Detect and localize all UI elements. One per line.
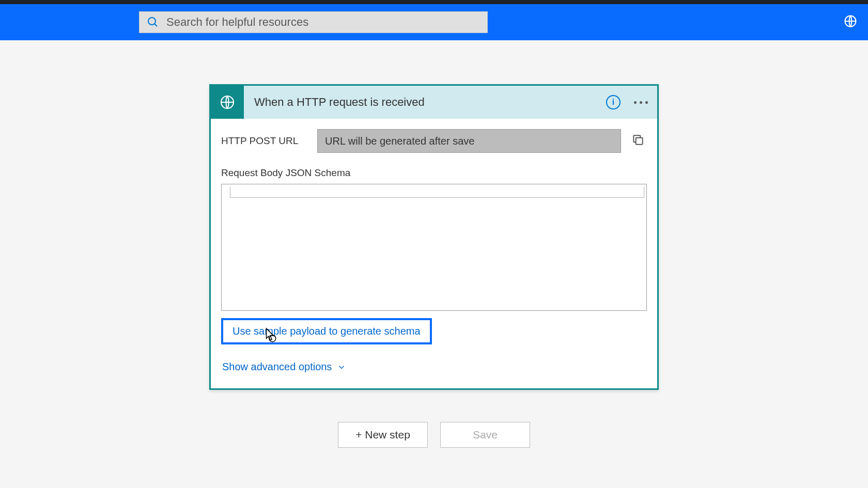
sample-link-text: Use sample payload to generate schema xyxy=(233,325,421,337)
bottom-action-buttons: + New step Save xyxy=(338,422,530,448)
trigger-icon-box xyxy=(211,86,244,119)
trigger-card: When a HTTP request is received i HTTP P… xyxy=(209,84,659,390)
top-app-bar xyxy=(0,4,868,40)
info-icon[interactable]: i xyxy=(606,95,621,109)
card-title: When a HTTP request is received xyxy=(252,96,598,109)
svg-rect-4 xyxy=(636,138,643,145)
new-step-button[interactable]: + New step xyxy=(338,422,428,448)
url-label: HTTP POST URL xyxy=(221,135,309,147)
globe-icon xyxy=(219,94,236,111)
show-advanced-options-link[interactable]: Show advanced options xyxy=(221,359,347,375)
header-globe-icon[interactable] xyxy=(843,14,858,30)
flow-canvas: When a HTTP request is received i HTTP P… xyxy=(0,40,868,448)
search-icon xyxy=(147,16,159,28)
schema-textarea[interactable] xyxy=(221,184,647,311)
card-header[interactable]: When a HTTP request is received i xyxy=(211,86,657,119)
card-body: HTTP POST URL URL will be generated afte… xyxy=(211,119,657,388)
use-sample-payload-link[interactable]: Use sample payload to generate schema xyxy=(221,318,432,344)
search-input[interactable] xyxy=(166,15,480,29)
svg-point-0 xyxy=(148,18,156,25)
schema-label: Request Body JSON Schema xyxy=(221,167,647,179)
save-button: Save xyxy=(440,422,530,448)
svg-line-1 xyxy=(154,24,157,26)
chevron-down-icon xyxy=(337,363,346,372)
copy-icon xyxy=(631,133,645,147)
schema-inner-border xyxy=(230,186,644,198)
more-menu-icon[interactable] xyxy=(634,101,648,104)
advanced-link-text: Show advanced options xyxy=(222,361,332,373)
window-titlebar xyxy=(0,0,868,4)
search-box[interactable] xyxy=(139,11,488,33)
copy-button[interactable] xyxy=(629,131,647,151)
url-field: URL will be generated after save xyxy=(317,129,621,153)
